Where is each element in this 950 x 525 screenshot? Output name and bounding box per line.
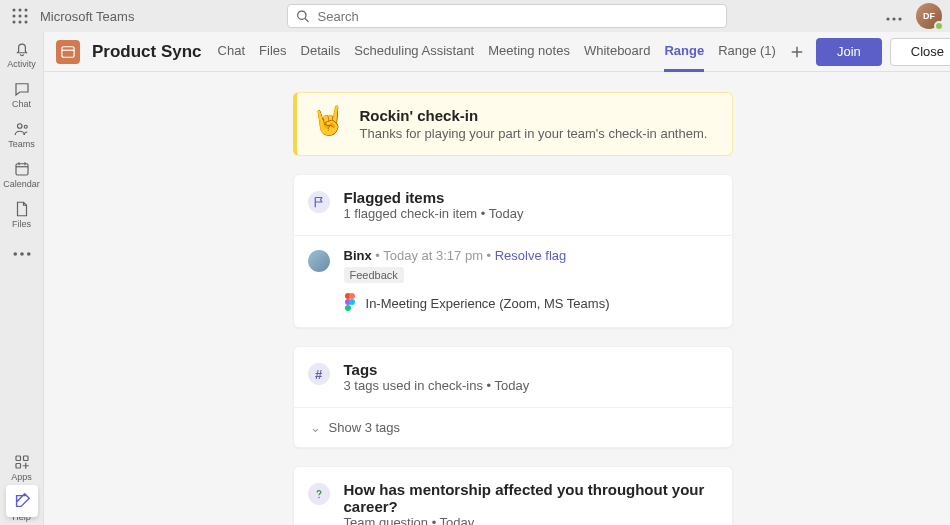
svg-rect-16 [16,163,28,174]
rock-hand-icon: 🤘 [311,107,346,135]
flagged-subtitle: 1 flagged check-in item • Today [344,206,524,221]
compose-icon [13,492,31,510]
rockin-checkin-banner: 🤘 Rockin' check-in Thanks for playing yo… [293,92,733,156]
resolve-flag-link[interactable]: Resolve flag [495,248,567,263]
mentorship-card: How has mentorship affected you througho… [293,466,733,525]
reply-meta: • Today at 3:17 pm • [372,248,495,263]
more-options-icon[interactable] [880,8,908,24]
files-icon [13,200,31,218]
svg-point-15 [24,125,27,128]
tab-range[interactable]: Range [664,32,704,72]
rail-activity[interactable]: Activity [0,36,44,72]
svg-point-6 [13,21,16,24]
svg-line-10 [305,18,308,21]
svg-point-7 [19,21,22,24]
rail-apps[interactable]: Apps [0,449,44,485]
bell-icon [13,40,31,58]
feedback-chip: Feedback [344,267,404,283]
calendar-icon [13,160,31,178]
svg-point-14 [17,123,22,128]
rail-label: Apps [11,472,32,482]
hash-icon: # [308,363,330,385]
tab-whiteboard[interactable]: Whiteboard [584,32,650,72]
teams-icon [13,120,31,138]
meeting-tabs: Chat Files Details Scheduling Assistant … [218,32,804,72]
rail-chat[interactable]: Chat [0,76,44,112]
tags-card: # Tags 3 tags used in check-ins • Today … [293,346,733,448]
rail-label: Calendar [3,179,40,189]
rail-files[interactable]: Files [0,196,44,232]
meeting-thumbnail-icon [56,40,80,64]
svg-point-22 [26,252,30,256]
profile-avatar[interactable]: DF [916,3,942,29]
chevron-down-icon: ⌄ [310,420,321,435]
svg-rect-28 [62,46,74,57]
join-button[interactable]: Join [816,38,882,66]
rail-teams[interactable]: Teams [0,116,44,152]
presence-available-icon [934,21,944,31]
meeting-header: Product Sync Chat Files Details Scheduli… [44,32,950,72]
tab-meeting-notes[interactable]: Meeting notes [488,32,570,72]
chat-icon [13,80,31,98]
tab-details[interactable]: Details [301,32,341,72]
svg-point-35 [349,299,355,305]
tab-scheduling-assistant[interactable]: Scheduling Assistant [354,32,474,72]
banner-title: Rockin' check-in [360,107,708,124]
rail-more[interactable] [0,236,44,272]
flagged-items-card: Flagged items 1 flagged check-in item • … [293,174,733,328]
tab-range-1[interactable]: Range (1) [718,32,776,72]
show-tags-label: Show 3 tags [329,420,401,435]
figma-icon [344,293,358,313]
svg-point-21 [20,252,24,256]
reply-author: Binx [344,248,372,263]
tab-files[interactable]: Files [259,32,286,72]
global-search[interactable] [287,4,727,28]
range-feed: 🤘 Rockin' check-in Thanks for playing yo… [44,72,950,525]
figma-link[interactable]: In-Meeting Experience (Zoom, MS Teams) [366,296,610,311]
banner-subtitle: Thanks for playing your part in your tea… [360,126,708,141]
apps-icon [13,453,31,471]
search-input[interactable] [318,9,719,24]
mentorship-title: How has mentorship affected you througho… [344,481,716,515]
rail-label: Activity [7,59,36,69]
tags-subtitle: 3 tags used in check-ins • Today [344,378,530,393]
app-grid-icon[interactable] [8,8,32,24]
flagged-reply: Binx • Today at 3:17 pm • Resolve flag F… [294,236,732,327]
svg-point-9 [298,11,306,19]
app-title: Microsoft Teams [40,9,134,24]
avatar-initials: DF [923,11,935,21]
svg-point-33 [349,293,355,299]
flag-icon [308,191,330,213]
close-button[interactable]: Close [890,38,950,66]
flagged-title: Flagged items [344,189,524,206]
rail-label: Files [12,219,31,229]
compose-button[interactable] [6,485,38,517]
tab-chat[interactable]: Chat [218,32,245,72]
ellipsis-icon [13,245,31,263]
avatar-binx [308,250,330,272]
svg-point-1 [19,9,22,12]
svg-point-13 [898,17,901,20]
mentorship-subtitle: Team question • Today [344,515,716,525]
rail-label: Teams [8,139,35,149]
svg-point-11 [886,17,889,20]
plus-icon [790,45,804,59]
svg-point-0 [13,9,16,12]
rail-calendar[interactable]: Calendar [0,156,44,192]
svg-point-2 [25,9,28,12]
svg-rect-24 [23,456,28,461]
svg-rect-25 [16,463,21,468]
app-rail: Activity Chat Teams Calendar Files Apps [0,32,44,525]
show-tags-button[interactable]: ⌄ Show 3 tags [294,408,732,447]
svg-point-8 [25,21,28,24]
svg-point-37 [318,497,320,499]
svg-point-4 [19,15,22,18]
question-icon [308,483,330,505]
add-tab-button[interactable] [790,32,804,72]
meeting-title: Product Sync [92,42,202,62]
svg-rect-23 [16,456,21,461]
svg-point-12 [892,17,895,20]
search-icon [296,9,309,23]
svg-point-5 [25,15,28,18]
tags-title: Tags [344,361,530,378]
